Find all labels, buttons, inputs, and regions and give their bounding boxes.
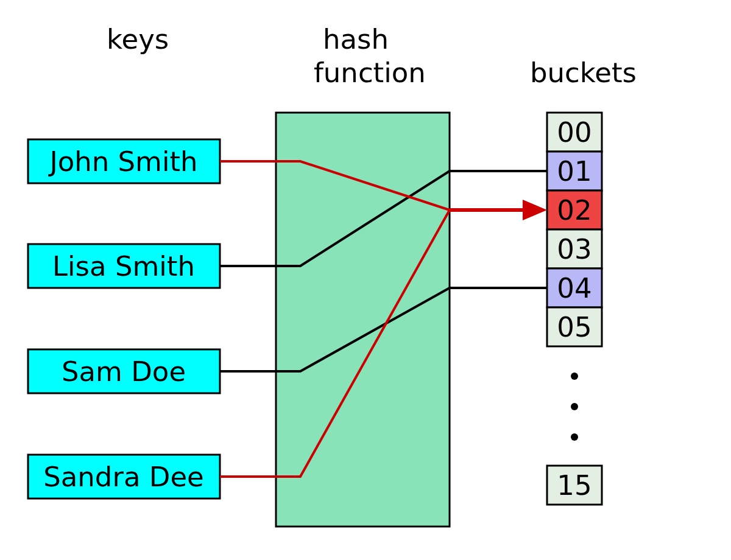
buckets-header: buckets <box>530 57 637 89</box>
bucket-label: 00 <box>557 116 592 149</box>
bucket-label: 03 <box>557 233 592 265</box>
arrowhead-icon <box>523 200 547 220</box>
bucket-00: 00 <box>547 113 602 152</box>
keys-header: keys <box>107 23 169 55</box>
bucket-label: 04 <box>557 272 592 304</box>
hash-function-header-line1: hash <box>323 23 389 55</box>
key-john-smith: John Smith <box>28 139 220 183</box>
bucket-15: 15 <box>547 466 602 505</box>
key-label: Sam Doe <box>62 355 186 388</box>
key-label: John Smith <box>48 145 197 178</box>
key-sam-doe: Sam Doe <box>28 349 220 393</box>
hash-function-header-line2: function <box>314 57 426 89</box>
svg-point-12 <box>571 433 578 441</box>
bucket-03: 03 <box>547 229 602 268</box>
svg-point-11 <box>571 403 578 410</box>
bucket-label: 15 <box>557 469 592 502</box>
key-lisa-smith: Lisa Smith <box>28 244 220 288</box>
bucket-label: 02 <box>557 194 592 226</box>
key-label: Lisa Smith <box>52 250 195 282</box>
svg-point-10 <box>571 373 578 380</box>
bucket-01: 01 <box>547 152 602 191</box>
bucket-04: 04 <box>547 268 602 307</box>
key-sandra-dee: Sandra Dee <box>28 455 220 499</box>
key-label: Sandra Dee <box>43 461 204 493</box>
bucket-02: 02 <box>547 191 602 229</box>
bucket-05: 05 <box>547 307 602 346</box>
hash-function-box <box>276 113 450 527</box>
bucket-ellipsis <box>571 373 578 441</box>
bucket-label: 05 <box>557 311 592 343</box>
bucket-label: 01 <box>557 155 592 187</box>
